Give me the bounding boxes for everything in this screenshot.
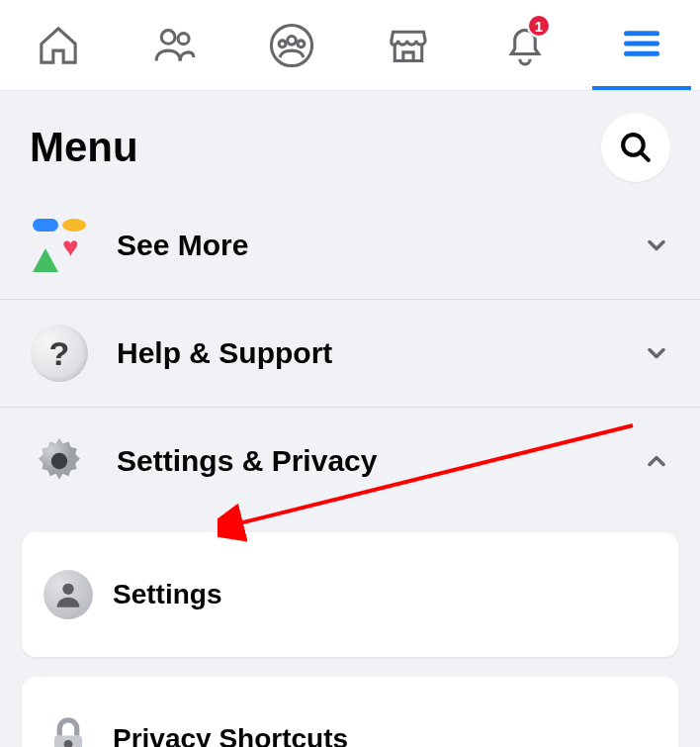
search-button[interactable] [601, 113, 670, 182]
groups-icon [268, 22, 315, 69]
see-more-icon: ♥ [30, 216, 89, 275]
top-navigation: 1 [0, 0, 700, 91]
menu-settings-privacy[interactable]: Settings & Privacy [0, 408, 700, 514]
settings-avatar-icon [44, 570, 93, 619]
svg-point-0 [161, 30, 175, 44]
hamburger-icon [618, 20, 665, 67]
page-title: Menu [30, 124, 138, 171]
nav-groups[interactable] [242, 0, 341, 90]
nav-marketplace[interactable] [359, 0, 458, 90]
submenu-privacy-shortcuts[interactable]: Privacy Shortcuts [22, 677, 678, 747]
svg-point-4 [279, 40, 286, 47]
card-label: Privacy Shortcuts [113, 723, 348, 747]
nav-friends[interactable] [126, 0, 224, 90]
settings-privacy-submenu: Settings Privacy Shortcuts [0, 514, 700, 747]
svg-point-5 [298, 40, 305, 47]
friends-icon [151, 22, 199, 69]
nav-home[interactable] [9, 0, 108, 90]
menu-label: Help & Support [117, 336, 643, 370]
svg-point-12 [62, 584, 73, 595]
marketplace-icon [385, 22, 432, 69]
submenu-settings[interactable]: Settings [22, 532, 678, 657]
menu-label: Settings & Privacy [117, 444, 643, 478]
gear-icon [30, 431, 89, 491]
chevron-down-icon [643, 232, 670, 259]
svg-point-3 [288, 36, 297, 45]
svg-point-1 [178, 33, 189, 44]
chevron-down-icon [643, 339, 670, 367]
menu-help-support[interactable]: ? Help & Support [0, 300, 700, 408]
help-icon: ? [30, 324, 89, 383]
svg-line-10 [641, 152, 649, 160]
menu-header: Menu [0, 91, 700, 192]
notification-badge: 1 [527, 14, 551, 38]
home-icon [35, 22, 82, 69]
card-label: Settings [113, 579, 221, 610]
menu-label: See More [117, 229, 643, 262]
search-icon [618, 130, 654, 165]
lock-icon [44, 714, 93, 747]
nav-menu[interactable] [592, 0, 691, 90]
chevron-up-icon [643, 447, 670, 475]
nav-notifications[interactable]: 1 [476, 0, 574, 90]
menu-see-more[interactable]: ♥ See More [0, 192, 700, 300]
svg-point-11 [51, 453, 67, 469]
